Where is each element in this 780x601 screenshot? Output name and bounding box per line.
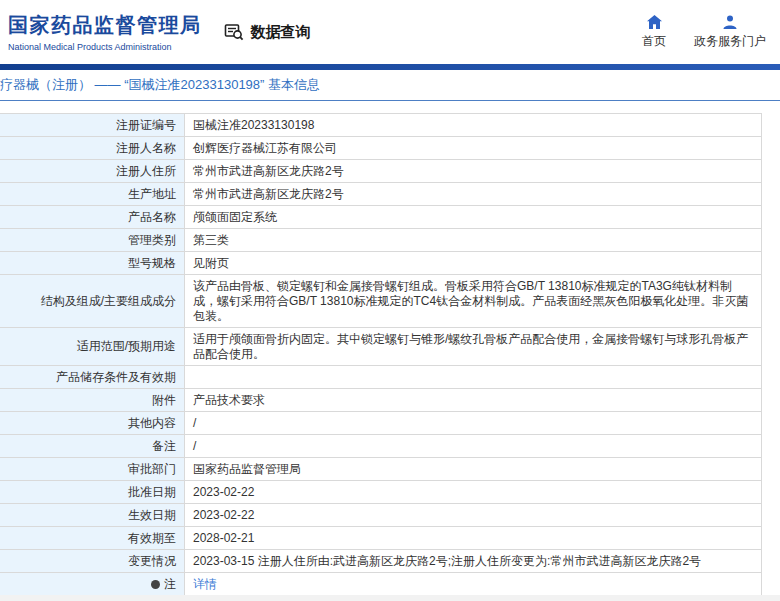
org-name-cn: 国家药品监督管理局 xyxy=(8,12,202,39)
table-row: 注册证编号国械注准20233130198 xyxy=(0,114,761,137)
main-content: 医疗器械（注册） —— “国械注准20233130198” 基本信息 注册证编号… xyxy=(0,70,780,596)
table-row: 生产地址常州市武进高新区龙庆路2号 xyxy=(0,183,761,206)
row-label: 生效日期 xyxy=(0,504,185,526)
site-header: 国家药品监督管理局 National Medical Products Admi… xyxy=(0,0,780,64)
row-label: 变更情况 xyxy=(0,550,185,572)
row-label: 产品名称 xyxy=(0,206,185,228)
nav-home[interactable]: 首页 xyxy=(642,14,666,50)
table-row: 审批部门国家药品监督管理局 xyxy=(0,458,761,481)
row-label: 注册人名称 xyxy=(0,137,185,159)
row-label: 其他内容 xyxy=(0,412,185,434)
table-row: 注册人住所常州市武进高新区龙庆路2号 xyxy=(0,160,761,183)
row-value: 该产品由骨板、锁定螺钉和金属接骨螺钉组成。骨板采用符合GB/T 13810标准规… xyxy=(185,275,761,327)
row-label-text: 产品储存条件及有效期 xyxy=(56,370,176,385)
row-value: / xyxy=(185,412,761,434)
row-label: 产品储存条件及有效期 xyxy=(0,366,185,388)
table-row: 产品名称颅颌面固定系统 xyxy=(0,206,761,229)
row-label-text: 有效期至 xyxy=(128,531,176,546)
row-value: 2023-03-15 注册人住所由:武进高新区龙庆路2号;注册人住所变更为:常州… xyxy=(185,550,761,572)
row-label: 结构及组成/主要组成成分 xyxy=(0,275,185,327)
row-value xyxy=(185,366,761,388)
row-label-text: 批准日期 xyxy=(128,485,176,500)
data-query-heading: 数据查询 xyxy=(224,22,311,42)
row-label-text: 注册人住所 xyxy=(116,164,176,179)
row-label-text: 其他内容 xyxy=(128,416,176,431)
row-label-text: 备注 xyxy=(152,439,176,454)
data-query-icon xyxy=(224,22,244,42)
row-value: 2028-02-21 xyxy=(185,527,761,549)
table-row: 生效日期2023-02-22 xyxy=(0,504,761,527)
row-label-text: 型号规格 xyxy=(128,256,176,271)
nmpa-logo[interactable]: 国家药品监督管理局 National Medical Products Admi… xyxy=(8,12,202,52)
row-label: 有效期至 xyxy=(0,527,185,549)
row-value: 产品技术要求 xyxy=(185,389,761,411)
note-bullet-icon xyxy=(151,580,160,589)
row-label: 注册人住所 xyxy=(0,160,185,182)
table-row: 适用范围/预期用途适用于颅颌面骨折内固定。其中锁定螺钉与锥形/螺纹孔骨板产品配合… xyxy=(0,328,761,366)
user-icon xyxy=(722,14,738,30)
row-value: 颅颌面固定系统 xyxy=(185,206,761,228)
row-label-text: 结构及组成/主要组成成分 xyxy=(41,294,176,309)
org-name-en: National Medical Products Administration xyxy=(8,42,202,52)
home-icon xyxy=(646,14,663,30)
row-label: 生产地址 xyxy=(0,183,185,205)
nav-portal[interactable]: 政务服务门户 xyxy=(694,14,766,50)
table-row: 批准日期2023-02-22 xyxy=(0,481,761,504)
row-label-text: 附件 xyxy=(152,393,176,408)
table-row: 注册人名称创辉医疗器械江苏有限公司 xyxy=(0,137,761,160)
table-row: 变更情况2023-03-15 注册人住所由:武进高新区龙庆路2号;注册人住所变更… xyxy=(0,550,761,573)
info-table: 注册证编号国械注准20233130198注册人名称创辉医疗器械江苏有限公司注册人… xyxy=(0,113,762,596)
row-label-text: 管理类别 xyxy=(128,233,176,248)
row-value: 详情 xyxy=(185,573,761,595)
row-label-text: 生产地址 xyxy=(128,187,176,202)
row-label-text: 审批部门 xyxy=(128,462,176,477)
row-label: 批准日期 xyxy=(0,481,185,503)
table-row: 其他内容/ xyxy=(0,412,761,435)
table-row: 注详情 xyxy=(0,573,761,596)
row-label: 注册证编号 xyxy=(0,114,185,136)
row-value: 2023-02-22 xyxy=(185,481,761,503)
row-label-text: 注 xyxy=(164,577,176,592)
row-label: 注 xyxy=(0,573,185,595)
row-label: 适用范围/预期用途 xyxy=(0,328,185,365)
row-value: 第三类 xyxy=(185,229,761,251)
row-value: 2023-02-22 xyxy=(185,504,761,526)
row-label-text: 产品名称 xyxy=(128,210,176,225)
row-label: 附件 xyxy=(0,389,185,411)
nav-home-label: 首页 xyxy=(642,33,666,50)
row-value: 创辉医疗器械江苏有限公司 xyxy=(185,137,761,159)
nav-portal-label: 政务服务门户 xyxy=(694,33,766,50)
detail-link[interactable]: 详情 xyxy=(193,577,217,592)
row-label: 管理类别 xyxy=(0,229,185,251)
table-row: 产品储存条件及有效期 xyxy=(0,366,761,389)
row-label: 审批部门 xyxy=(0,458,185,480)
row-value: 常州市武进高新区龙庆路2号 xyxy=(185,183,761,205)
table-row: 附件产品技术要求 xyxy=(0,389,761,412)
row-value: 国家药品监督管理局 xyxy=(185,458,761,480)
row-label-text: 适用范围/预期用途 xyxy=(77,339,176,354)
top-nav: 首页 政务服务门户 xyxy=(642,14,766,50)
row-label-text: 注册证编号 xyxy=(116,118,176,133)
table-row: 结构及组成/主要组成成分该产品由骨板、锁定螺钉和金属接骨螺钉组成。骨板采用符合G… xyxy=(0,275,761,328)
row-label: 备注 xyxy=(0,435,185,457)
row-value: 见附页 xyxy=(185,252,761,274)
row-label-text: 注册人名称 xyxy=(116,141,176,156)
footer-band xyxy=(0,595,780,601)
row-label-text: 变更情况 xyxy=(128,554,176,569)
data-query-label: 数据查询 xyxy=(251,23,311,42)
table-row: 有效期至2028-02-21 xyxy=(0,527,761,550)
table-row: 备注/ xyxy=(0,435,761,458)
row-label: 型号规格 xyxy=(0,252,185,274)
table-row: 型号规格见附页 xyxy=(0,252,761,275)
row-label-text: 生效日期 xyxy=(128,508,176,523)
row-value: 国械注准20233130198 xyxy=(185,114,761,136)
table-row: 管理类别第三类 xyxy=(0,229,761,252)
page-title: 医疗器械（注册） —— “国械注准20233130198” 基本信息 xyxy=(0,70,780,101)
row-value: 适用于颅颌面骨折内固定。其中锁定螺钉与锥形/螺纹孔骨板产品配合使用，金属接骨螺钉… xyxy=(185,328,761,365)
row-value: 常州市武进高新区龙庆路2号 xyxy=(185,160,761,182)
row-value: / xyxy=(185,435,761,457)
